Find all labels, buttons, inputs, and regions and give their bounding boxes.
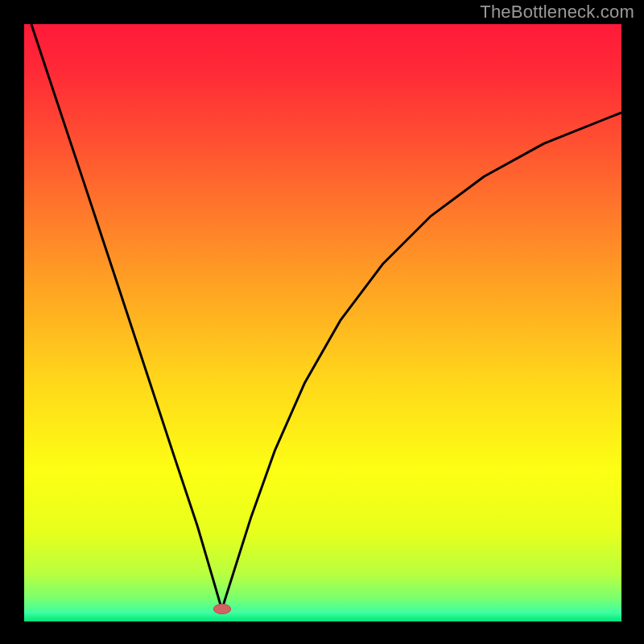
- chart-stage: TheBottleneck.com: [0, 0, 644, 644]
- gradient-background: [24, 24, 621, 621]
- plot-area: [24, 24, 621, 621]
- watermark-text: TheBottleneck.com: [480, 2, 634, 23]
- min-marker: [213, 604, 231, 614]
